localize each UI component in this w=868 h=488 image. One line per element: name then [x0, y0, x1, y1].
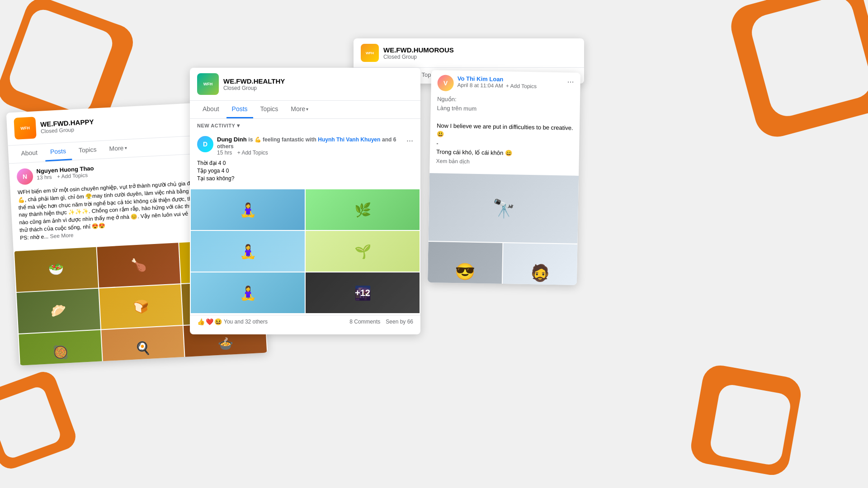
post-card-text: Nguồn: Làng trên mum Now I believe we ar…: [436, 94, 574, 167]
post-time-healthy: 15 hrs + Add Topics: [217, 150, 406, 156]
post-avatar-card: V: [437, 75, 454, 91]
overlay-count: +12: [306, 272, 420, 313]
post-author-healthy: Dung Dinh is 💪 feeling fantastic with Hu…: [217, 136, 406, 150]
group-type-humorous: Closed Group: [383, 54, 454, 60]
card-healthy: WFH WE.FWD.HEALTHY Closed Group About Po…: [190, 68, 420, 334]
tab-about-happy[interactable]: About: [15, 144, 44, 163]
post-meta-card: Vo Thi Kim Loan April 8 at 11:04 AM + Ad…: [457, 75, 567, 90]
photo-grid-yoga: 🧘‍♀️ 🌿 🧘‍♀️ 🌱 🧘‍♀️ 🌆 +12: [190, 189, 420, 313]
post-line2: Trong cái khó, lố cái khôn 😄: [436, 148, 512, 156]
seen-count: Seen by 66: [386, 319, 413, 325]
post-avatar-happy: N: [16, 168, 33, 185]
post-content-healthy: D Dung Dinh is 💪 feeling fantastic with …: [190, 132, 420, 189]
post-avatar-healthy: D: [197, 136, 213, 152]
post-card-add-topics[interactable]: + Add Topics: [506, 83, 537, 89]
group-info-happy: WE.FWD.HAPPY Closed Group: [40, 117, 94, 134]
yoga-cell-1: 🧘‍♀️: [191, 189, 305, 230]
glasses-cell-2: 😎: [428, 242, 503, 285]
reactions-bar: 👍 ❤️ 😆 You and 32 others 8 Comments Seen…: [190, 315, 420, 328]
glasses-cell-1: 🔭: [429, 173, 579, 244]
group-type-healthy: Closed Group: [223, 85, 285, 91]
photo-cell-4: 🥟: [17, 288, 100, 333]
yoga-cell-5: 🧘‍♀️: [191, 272, 305, 313]
group-info-humorous: WE.FWD.HUMOROUS Closed Group: [383, 46, 454, 60]
photo-cell-5: 🍞: [99, 284, 183, 329]
group-info-healthy: WE.FWD.HEALTHY Closed Group: [223, 77, 285, 91]
tab-topics-healthy[interactable]: Topics: [255, 101, 284, 118]
yoga-cell-3: 🧘‍♀️: [191, 231, 305, 272]
post-card-content: V Vo Thi Kim Loan April 8 at 11:04 AM + …: [429, 70, 580, 176]
photo-glasses-grid: 🔭 😎 🧔: [428, 173, 579, 285]
post-dash: -: [436, 140, 439, 146]
post-header-healthy: D Dung Dinh is 💪 feeling fantastic with …: [197, 136, 413, 156]
lang-tren-mum: Làng trên mum: [437, 103, 574, 115]
post-more-card[interactable]: ···: [567, 77, 574, 86]
see-more-happy[interactable]: See More: [50, 232, 74, 239]
reaction-right: 8 Comments Seen by 66: [349, 319, 413, 325]
reaction-count: You and 32 others: [224, 319, 268, 325]
group-avatar-healthy: WFH: [197, 73, 219, 95]
group-header-humorous: WFH WE.FWD.HUMOROUS Closed Group: [354, 38, 584, 68]
reaction-icons: 👍 ❤️ 😆: [197, 318, 222, 325]
glasses-cell-3: 🧔: [502, 243, 577, 285]
post-header-card: V Vo Thi Kim Loan April 8 at 11:04 AM + …: [437, 75, 574, 93]
tab-more-healthy[interactable]: More: [285, 101, 314, 118]
yoga-cell-4: 🌱: [306, 231, 420, 272]
yoga-cell-2: 🌿: [306, 189, 420, 230]
photo-cell-1: 🥗: [14, 247, 98, 291]
reaction-left: 👍 ❤️ 😆 You and 32 others: [197, 318, 268, 325]
nav-tabs-healthy: About Posts Topics More: [190, 101, 420, 119]
photo-cell-8: 🍳: [101, 326, 185, 366]
tab-about-healthy[interactable]: About: [197, 101, 225, 118]
group-header-healthy: WFH WE.FWD.HEALTHY Closed Group: [190, 68, 420, 101]
comments-count[interactable]: 8 Comments: [349, 319, 380, 325]
photo-cell-7: 🥘: [19, 330, 102, 366]
group-avatar-humorous: WFH: [361, 44, 379, 62]
post-card-time: April 8 at 11:04 AM: [457, 82, 503, 89]
add-topics-happy[interactable]: + Add Topics: [57, 172, 88, 180]
post-text-healthy: Thời đại 4 0 Tập yoga 4 0 Tại sao không?: [197, 160, 413, 182]
tab-topics-happy[interactable]: Topics: [73, 141, 103, 160]
activity-header: NEW ACTIVITY: [190, 119, 420, 132]
photo-cell-2: 🍗: [97, 243, 180, 287]
card-post: V Vo Thi Kim Loan April 8 at 11:04 AM + …: [428, 70, 580, 285]
group-name-healthy: WE.FWD.HEALTHY: [223, 77, 285, 85]
tab-posts-happy[interactable]: Posts: [44, 142, 72, 161]
add-topics-healthy[interactable]: + Add Topics: [237, 150, 268, 156]
tab-more-happy[interactable]: More: [104, 139, 133, 158]
post-line1: Now I believe we are put in difficulties…: [437, 122, 573, 138]
group-name-humorous: WE.FWD.HUMOROUS: [383, 46, 454, 54]
deco-cutout-br: [708, 383, 792, 466]
post-meta-healthy: Dung Dinh is 💪 feeling fantastic with Hu…: [217, 136, 406, 156]
post-card-meta: April 8 at 11:04 AM + Add Topics: [457, 82, 567, 90]
tab-posts-healthy[interactable]: Posts: [226, 101, 253, 118]
post-more-healthy[interactable]: ···: [406, 136, 413, 145]
group-avatar-happy: WFH: [14, 117, 36, 139]
translate-link[interactable]: Xem bản dịch: [436, 158, 470, 164]
yoga-cell-6: 🌆 +12: [306, 272, 420, 313]
